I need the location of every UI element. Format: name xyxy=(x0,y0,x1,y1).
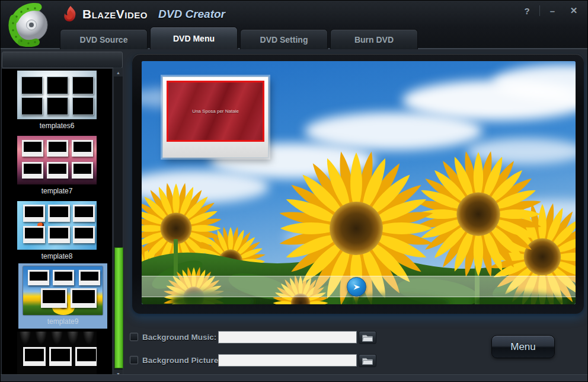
photo-slot xyxy=(48,205,70,222)
template-thumbnail xyxy=(17,136,97,184)
photo-slot xyxy=(22,162,43,179)
brand-row: BlazeVideo DVD Creator xyxy=(62,5,225,23)
photo-slot xyxy=(72,140,93,157)
tab-dvd-source[interactable]: DVD Source xyxy=(60,29,148,49)
photo-slot xyxy=(23,347,46,366)
photo-slot xyxy=(23,226,45,243)
photo-slot xyxy=(28,270,49,285)
menu-photo-caption: Una Sposa per Natale xyxy=(192,109,239,114)
template-list-header xyxy=(2,52,123,68)
flame-icon xyxy=(62,5,78,23)
app-logo-disc-icon xyxy=(5,3,56,47)
browse-music-button[interactable] xyxy=(359,331,376,344)
photo-slot xyxy=(41,288,67,308)
brand-text: BlazeVideo xyxy=(82,7,148,21)
photo-slot xyxy=(49,347,72,366)
template-name: templates6 xyxy=(2,122,112,130)
tab-burn-dvd[interactable]: Burn DVD xyxy=(330,29,418,49)
window-buttons: ? – ✕ xyxy=(518,4,583,17)
photo-slot xyxy=(73,226,95,243)
photo-slot xyxy=(47,97,68,115)
template-item-template9-selected[interactable]: template9 xyxy=(18,263,107,329)
photo-slot xyxy=(79,270,100,285)
template-item-templates6[interactable]: templates6 xyxy=(2,71,112,130)
photo-slot xyxy=(23,205,45,222)
tab-dvd-menu[interactable]: DVD Menu xyxy=(150,27,238,49)
dvd-creator-window: BlazeVideo DVD Creator ? – ✕ DVD Source … xyxy=(0,0,588,382)
photo-slot xyxy=(47,162,68,179)
dvd-menu-preview-bezel: Una Sposa per Natale xyxy=(132,54,584,314)
template-thumbnail xyxy=(17,71,97,119)
menu-photo-thumbnail: Una Sposa per Natale xyxy=(167,81,264,142)
photo-slot xyxy=(21,77,43,94)
template-name: template9 xyxy=(18,317,107,326)
dvd-menu-preview-screen: Una Sposa per Natale xyxy=(142,61,576,304)
scroll-up-button[interactable]: ▲ xyxy=(114,68,123,77)
photo-slot xyxy=(75,347,97,366)
photo-slot xyxy=(21,97,43,115)
background-music-checkbox[interactable] xyxy=(130,333,138,341)
photo-slot xyxy=(72,97,94,115)
scrollbar-thumb[interactable] xyxy=(114,247,123,368)
tab-dvd-setting[interactable]: DVD Setting xyxy=(240,29,328,49)
photo-slot xyxy=(53,270,74,285)
template-list: templates6 template7 xyxy=(2,69,112,381)
template-thumbnail xyxy=(17,332,97,380)
menu-button-label: Menu xyxy=(510,341,536,353)
folder-icon xyxy=(362,356,373,365)
scroll-up-icon: ▲ xyxy=(116,71,120,75)
folder-icon xyxy=(362,333,373,342)
template-thumbnail xyxy=(23,266,103,315)
photo-slot xyxy=(47,140,68,157)
background-music-input[interactable] xyxy=(218,331,357,343)
background-music-label: Background Music: xyxy=(142,333,216,342)
window-button-divider xyxy=(539,5,540,16)
play-arrow-icon xyxy=(351,282,362,292)
template-scrollbar[interactable]: ▲ ▼ xyxy=(113,68,123,378)
template-item-template7[interactable]: template7 xyxy=(2,136,112,195)
template-name: template8 xyxy=(2,252,112,260)
template-thumbnail xyxy=(17,201,97,250)
menu-button[interactable]: Menu xyxy=(491,335,555,358)
photo-slot xyxy=(71,288,97,308)
background-picture-checkbox[interactable] xyxy=(130,356,138,364)
photo-slot xyxy=(48,226,70,243)
photo-slot xyxy=(73,205,95,222)
photo-slot xyxy=(72,162,93,179)
menu-photo-frame[interactable]: Una Sposa per Natale xyxy=(162,77,269,158)
template-name: template7 xyxy=(2,187,112,195)
background-picture-input[interactable] xyxy=(218,354,357,367)
app-title: DVD Creator xyxy=(158,8,225,21)
play-button[interactable] xyxy=(347,277,366,297)
template-item-template8[interactable]: template8 xyxy=(2,201,112,260)
photo-slot xyxy=(72,77,94,94)
browse-picture-button[interactable] xyxy=(359,354,376,367)
minimize-button[interactable]: – xyxy=(544,4,561,17)
photo-slot xyxy=(47,77,68,94)
titlebar: BlazeVideo DVD Creator ? – ✕ DVD Source … xyxy=(1,1,588,49)
background-picture-label: Background Picture: xyxy=(142,356,221,365)
window-footer xyxy=(1,374,587,381)
close-button[interactable]: ✕ xyxy=(565,4,583,17)
help-button[interactable]: ? xyxy=(518,4,536,17)
photo-slot xyxy=(22,140,43,157)
